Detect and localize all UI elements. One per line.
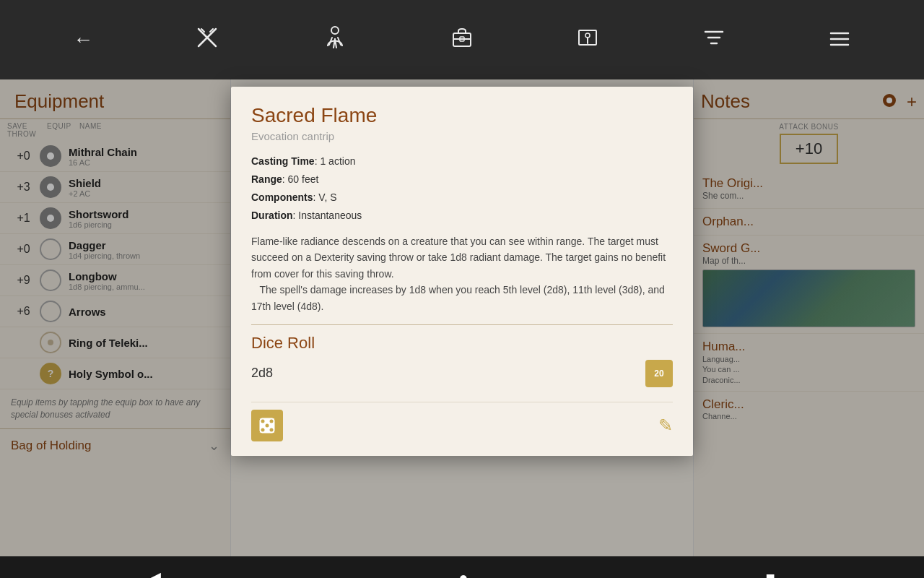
dice-value: 2d8	[251, 366, 273, 381]
spell-description: Flame-like radiance descends on a creatu…	[251, 233, 673, 314]
casting-time-row: Casting Time: 1 action	[251, 154, 673, 169]
range-value: 60 feet	[288, 173, 319, 185]
bottom-nav-bar: ◀ ● ■	[0, 556, 924, 578]
duration-row: Duration: Instantaneous	[251, 208, 673, 223]
svg-point-30	[270, 428, 274, 431]
character-icon[interactable]	[322, 25, 348, 56]
modal-spell-name: Sacred Flame	[251, 104, 673, 127]
inventory-icon[interactable]	[450, 26, 474, 54]
svg-point-29	[261, 428, 265, 431]
nav-back-button[interactable]: ◀	[149, 569, 161, 578]
components-value: V, S	[318, 191, 336, 203]
range-label: Range	[251, 173, 282, 185]
menu-icon[interactable]	[828, 26, 851, 54]
casting-time-label: Casting Time	[251, 155, 315, 167]
edit-icon[interactable]: ✎	[658, 415, 673, 436]
filter-icon[interactable]	[702, 26, 725, 54]
duration-label: Duration	[251, 210, 293, 221]
duration-value: Instantaneous	[298, 210, 362, 221]
top-nav-bar: ←	[0, 0, 924, 79]
components-label: Components	[251, 191, 313, 203]
range-row: Range: 60 feet	[251, 172, 673, 187]
components-row: Components: V, S	[251, 190, 673, 205]
d20-label: 20	[654, 368, 663, 379]
roll-dice-button[interactable]	[251, 410, 283, 441]
dice-roll-title: Dice Roll	[251, 334, 673, 353]
svg-point-28	[270, 419, 274, 423]
modal-overlay[interactable]: Sacred Flame Evocation cantrip Casting T…	[0, 79, 924, 556]
svg-point-31	[266, 423, 269, 427]
back-button[interactable]: ←	[73, 28, 93, 51]
casting-time-value: 1 action	[320, 155, 355, 167]
nav-recents-button[interactable]: ■	[766, 569, 775, 578]
modal-divider	[251, 324, 673, 325]
svg-point-27	[261, 419, 265, 423]
svg-point-4	[331, 27, 339, 34]
main-content: Equipment SAVE THROW EQUIP NAME +0 Mithr…	[0, 79, 924, 556]
weapons-icon[interactable]	[196, 26, 219, 54]
map-icon[interactable]	[576, 26, 599, 54]
spell-detail-modal: Sacred Flame Evocation cantrip Casting T…	[231, 87, 693, 456]
modal-footer: ✎	[251, 402, 673, 441]
modal-spell-type: Evocation cantrip	[251, 130, 673, 142]
dice-roll-row: 2d8 20	[251, 360, 673, 387]
d20-icon[interactable]: 20	[645, 360, 673, 387]
nav-home-button[interactable]: ●	[458, 569, 468, 578]
